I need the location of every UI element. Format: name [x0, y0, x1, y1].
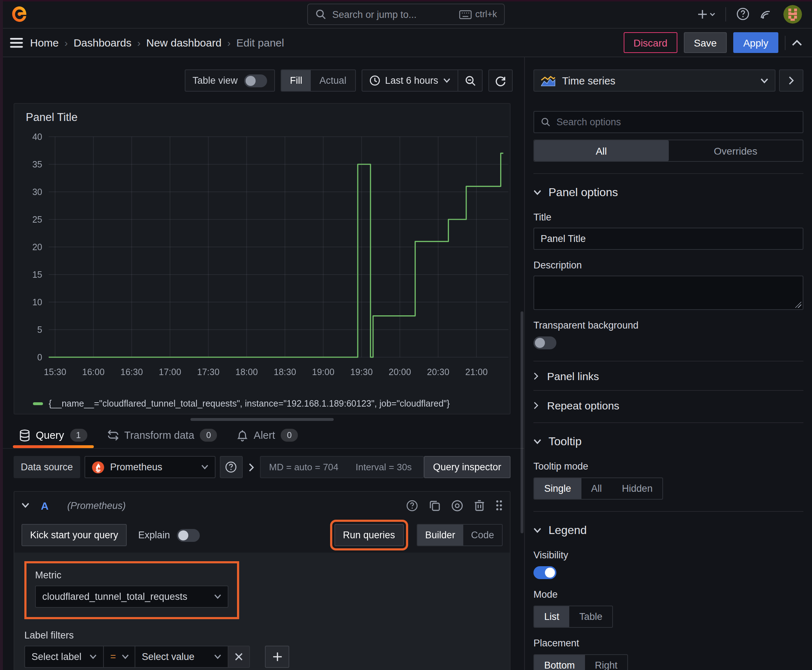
breadcrumb-bar: Home › Dashboards › New dashboard › Edit… — [0, 29, 812, 57]
user-avatar[interactable] — [783, 5, 802, 23]
operator-dropdown[interactable]: = — [103, 646, 135, 668]
select-value-dropdown[interactable]: Select value — [135, 646, 228, 668]
table-view-label: Table view — [193, 75, 238, 86]
refresh-button[interactable] — [488, 69, 513, 91]
tab-query-label: Query — [36, 430, 64, 441]
apply-button[interactable]: Apply — [733, 32, 778, 53]
remove-filter-button[interactable] — [228, 646, 250, 668]
resize-handle[interactable] — [190, 418, 334, 421]
legend-visibility-toggle[interactable] — [534, 566, 556, 579]
transparent-bg-toggle[interactable] — [534, 337, 556, 349]
tab-all[interactable]: All — [534, 140, 668, 161]
toggle-visibility-icon[interactable] — [451, 499, 463, 511]
discard-button[interactable]: Discard — [623, 32, 677, 53]
repeat-options-section[interactable]: Repeat options — [534, 397, 804, 414]
keyboard-icon — [459, 10, 472, 19]
global-search[interactable]: Search or jump to... ctrl+k — [307, 3, 505, 25]
query-options-summary[interactable]: MD = auto = 704 Interval = 30s — [260, 456, 424, 478]
query-help-icon[interactable] — [406, 499, 418, 511]
panel-preview[interactable]: Panel Title 051015202530354015:3016:0016… — [14, 103, 510, 415]
legend-table-option[interactable]: Table — [569, 606, 613, 627]
visualization-picker[interactable]: Time series — [534, 69, 775, 91]
kickstart-button[interactable]: Kick start your query — [22, 524, 127, 546]
builder-option[interactable]: Builder — [417, 524, 463, 545]
prometheus-icon — [92, 461, 105, 474]
datasource-picker[interactable]: Prometheus — [85, 456, 215, 478]
interval-text: Interval = 30s — [356, 462, 412, 472]
breadcrumb-home[interactable]: Home — [30, 37, 59, 49]
query-builder-toolbar: Kick start your query Explain Run querie… — [14, 519, 510, 553]
topbar-actions — [697, 5, 802, 23]
options-search[interactable] — [534, 111, 804, 133]
visualization-row: Time series — [534, 69, 804, 91]
select-label-dropdown[interactable]: Select label — [24, 646, 103, 668]
placement-bottom-option[interactable]: Bottom — [534, 655, 585, 670]
metric-picker[interactable]: cloudflared_tunnel_total_requests — [35, 585, 229, 608]
add-filter-button[interactable] — [265, 646, 289, 668]
left-pane-scrollbar[interactable] — [520, 311, 524, 533]
tooltip-single-option[interactable]: Single — [534, 478, 581, 499]
divider — [534, 511, 804, 512]
run-queries-button[interactable]: Run queries — [334, 524, 404, 546]
placement-right-option[interactable]: Right — [585, 655, 627, 670]
tab-overrides[interactable]: Overrides — [668, 140, 803, 161]
transform-icon — [107, 430, 119, 441]
divider — [534, 390, 804, 391]
news-icon[interactable] — [760, 7, 773, 21]
add-new-button[interactable] — [697, 8, 715, 20]
table-view-toggle[interactable] — [244, 74, 267, 87]
metric-label: Metric — [35, 570, 229, 580]
datasource-help-button[interactable] — [220, 456, 243, 478]
svg-text:20:00: 20:00 — [389, 367, 411, 377]
metric-annotation-highlight: Metric cloudflared_tunnel_total_requests — [24, 561, 239, 619]
breadcrumb-dashboards[interactable]: Dashboards — [73, 37, 131, 49]
time-range-picker[interactable]: Last 6 hours — [362, 75, 458, 86]
zoom-out-button[interactable] — [458, 70, 482, 91]
transparent-bg-label: Transparent background — [534, 320, 804, 331]
legend-series-swatch[interactable] — [33, 402, 43, 405]
drag-handle-icon[interactable] — [495, 500, 503, 511]
save-button[interactable]: Save — [684, 32, 727, 53]
toggle-viz-pane-button[interactable] — [779, 69, 804, 91]
tab-alert[interactable]: Alert 0 — [237, 429, 298, 448]
chevron-down-icon — [534, 189, 541, 195]
legend-list-option[interactable]: List — [534, 606, 569, 627]
menu-icon[interactable] — [10, 37, 23, 47]
code-option[interactable]: Code — [463, 524, 502, 545]
legend-series-label[interactable]: {__name__="cloudflared_tunnel_total_requ… — [49, 399, 450, 409]
label-filter-row: Select label = S — [24, 646, 500, 668]
resize-corner-icon[interactable] — [795, 301, 801, 308]
time-series-chart: 051015202530354015:3016:0016:3017:0017:3… — [20, 130, 504, 394]
description-textarea[interactable] — [534, 276, 804, 310]
refresh-icon — [495, 75, 506, 86]
options-scope-tabs: All Overrides — [534, 140, 804, 162]
duplicate-query-icon[interactable] — [429, 500, 441, 511]
panel-title-input[interactable] — [541, 233, 796, 244]
grafana-logo[interactable] — [8, 3, 30, 25]
options-search-input[interactable] — [556, 117, 796, 127]
actual-option[interactable]: Actual — [311, 70, 355, 91]
explain-label: Explain — [138, 530, 170, 540]
help-icon[interactable] — [736, 7, 750, 21]
datasource-row: Data source Prometheus — [14, 456, 510, 478]
datasource-value: Prometheus — [110, 462, 163, 472]
time-range-control: Last 6 hours — [361, 69, 483, 91]
svg-text:18:00: 18:00 — [236, 367, 258, 377]
panel-options-section[interactable]: Panel options — [534, 183, 804, 202]
collapse-header-icon[interactable] — [792, 39, 802, 46]
legend-section[interactable]: Legend — [534, 521, 804, 540]
collapse-options-icon[interactable] — [249, 463, 254, 471]
panel-links-section[interactable]: Panel links — [534, 367, 804, 384]
tooltip-all-option[interactable]: All — [581, 478, 612, 499]
breadcrumb-new-dashboard[interactable]: New dashboard — [146, 37, 222, 49]
tooltip-hidden-option[interactable]: Hidden — [612, 478, 663, 499]
tab-query[interactable]: Query 1 — [19, 429, 87, 448]
tab-transform[interactable]: Transform data 0 — [107, 429, 217, 448]
query-row-header[interactable]: A (Prometheus) — [14, 492, 510, 519]
svg-text:20:30: 20:30 — [427, 367, 450, 377]
fill-option[interactable]: Fill — [281, 70, 311, 91]
delete-query-icon[interactable] — [474, 500, 485, 511]
tooltip-section[interactable]: Tooltip — [534, 432, 804, 451]
explain-toggle[interactable] — [177, 529, 200, 541]
query-inspector-button[interactable]: Query inspector — [424, 456, 510, 478]
